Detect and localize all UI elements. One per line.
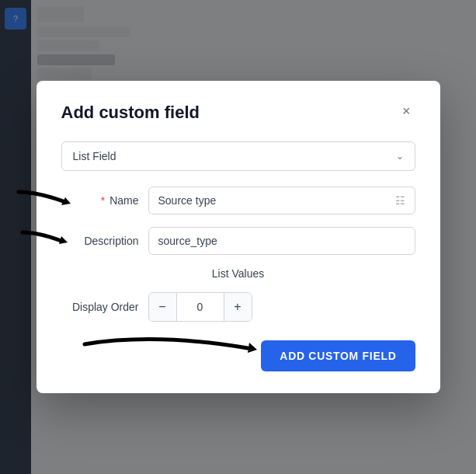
list-values-label: List Values xyxy=(212,267,264,280)
field-icon: ☷ xyxy=(395,194,405,207)
description-row: Description xyxy=(61,227,415,255)
name-input[interactable] xyxy=(158,194,395,207)
description-label: Description xyxy=(61,235,139,247)
display-order-row: Display Order − 0 + xyxy=(61,292,415,322)
svg-marker-2 xyxy=(248,343,257,353)
modal-header: Add custom field × xyxy=(61,103,415,123)
modal-footer: ADD CUSTOM FIELD xyxy=(61,340,415,371)
name-row: * Name ☷ xyxy=(61,186,415,214)
decrement-button[interactable]: − xyxy=(149,293,177,321)
field-type-dropdown[interactable]: List Field ⌄ xyxy=(61,141,415,171)
add-custom-field-button[interactable]: ADD CUSTOM FIELD xyxy=(261,340,415,371)
display-order-value: 0 xyxy=(177,295,224,319)
required-indicator: * xyxy=(101,194,105,207)
submit-arrow xyxy=(77,325,279,364)
display-order-label: Display Order xyxy=(61,301,139,313)
name-label: * Name xyxy=(61,194,139,207)
increment-button[interactable]: + xyxy=(224,293,252,321)
chevron-down-icon: ⌄ xyxy=(396,151,404,162)
modal-title: Add custom field xyxy=(61,103,200,123)
list-values-section: List Values xyxy=(61,267,415,280)
display-order-stepper: − 0 + xyxy=(148,292,252,322)
name-input-wrapper[interactable]: ☷ xyxy=(148,186,415,214)
close-button[interactable]: × xyxy=(398,103,415,120)
description-input-wrapper[interactable] xyxy=(148,227,415,255)
description-input[interactable] xyxy=(158,235,405,247)
dropdown-value: List Field xyxy=(73,150,116,162)
add-custom-field-modal: Add custom field × List Field ⌄ * Name ☷ xyxy=(36,81,440,393)
